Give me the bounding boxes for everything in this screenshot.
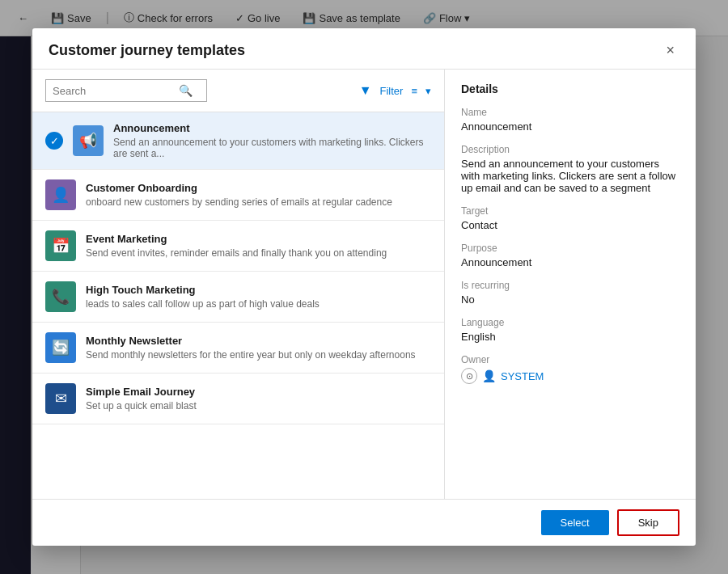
- template-list-panel: 🔍 ▼ Filter ≡ ▾ ✓ 📢 Announcement Send: [32, 70, 445, 499]
- simple-email-icon: ✉: [45, 383, 76, 414]
- owner-person-icon: 👤: [482, 369, 496, 382]
- details-panel: Details Name Announcement Description Se…: [445, 70, 696, 499]
- modal-footer: Select Skip: [32, 499, 696, 546]
- monthly-newsletter-desc: Send monthly newsletters for the entire …: [86, 349, 431, 361]
- detail-language-field: Language English: [461, 317, 679, 343]
- template-item-high-touch[interactable]: 📞 High Touch Marketing leads to sales ca…: [32, 272, 444, 323]
- monthly-newsletter-name: Monthly Newsletter: [86, 335, 431, 347]
- detail-description-value: Send an announcement to your customers w…: [461, 158, 679, 194]
- detail-recurring-field: Is recurring No: [461, 280, 679, 306]
- detail-recurring-label: Is recurring: [461, 280, 679, 291]
- customer-onboarding-desc: onboard new customers by sending series …: [86, 196, 431, 208]
- search-bar: 🔍 ▼ Filter ≡ ▾: [32, 70, 444, 112]
- details-title: Details: [461, 82, 679, 95]
- template-list: ✓ 📢 Announcement Send an announcement to…: [32, 112, 444, 499]
- template-item-simple-email[interactable]: ✉ Simple Email Journey Set up a quick em…: [32, 374, 444, 424]
- simple-email-name: Simple Email Journey: [86, 386, 431, 398]
- high-touch-name: High Touch Marketing: [86, 284, 431, 296]
- sort-icon: ≡: [411, 85, 417, 97]
- detail-name-field: Name Announcement: [461, 107, 679, 133]
- filter-area: ▼ Filter ≡ ▾: [359, 83, 431, 98]
- detail-recurring-value: No: [461, 293, 679, 306]
- customer-onboarding-text: Customer Onboarding onboard new customer…: [86, 182, 431, 208]
- filter-icon: ▼: [359, 83, 372, 98]
- detail-owner-label: Owner: [461, 354, 679, 365]
- detail-language-value: English: [461, 331, 679, 343]
- high-touch-desc: leads to sales call follow up as part of…: [86, 298, 431, 310]
- detail-language-label: Language: [461, 317, 679, 328]
- detail-name-label: Name: [461, 107, 679, 118]
- owner-avatar-icon: ⊙: [461, 368, 477, 384]
- monthly-newsletter-text: Monthly Newsletter Send monthly newslett…: [86, 335, 431, 361]
- modal-header: Customer journey templates ×: [32, 28, 696, 70]
- search-input-wrap[interactable]: 🔍: [45, 79, 207, 102]
- simple-email-text: Simple Email Journey Set up a quick emai…: [86, 386, 431, 412]
- template-item-customer-onboarding[interactable]: 👤 Customer Onboarding onboard new custom…: [32, 170, 444, 221]
- filter-label[interactable]: Filter: [380, 85, 404, 97]
- detail-description-label: Description: [461, 144, 679, 155]
- selected-check-icon: ✓: [45, 132, 63, 150]
- high-touch-text: High Touch Marketing leads to sales call…: [86, 284, 431, 310]
- skip-button[interactable]: Skip: [617, 509, 679, 536]
- template-item-monthly-newsletter[interactable]: 🔄 Monthly Newsletter Send monthly newsle…: [32, 323, 444, 374]
- detail-target-value: Contact: [461, 219, 679, 231]
- announcement-desc: Send an announcement to your customers w…: [113, 137, 431, 159]
- modal-body: 🔍 ▼ Filter ≡ ▾ ✓ 📢 Announcement Send: [32, 70, 696, 499]
- customer-onboarding-icon: 👤: [45, 179, 76, 210]
- detail-purpose-field: Purpose Announcement: [461, 243, 679, 268]
- owner-area: ⊙ 👤 SYSTEM: [461, 368, 679, 384]
- modal-title: Customer journey templates: [49, 42, 245, 59]
- monthly-newsletter-icon: 🔄: [45, 332, 76, 363]
- event-marketing-text: Event Marketing Send event invites, remi…: [86, 233, 431, 259]
- detail-name-value: Announcement: [461, 120, 679, 133]
- event-marketing-name: Event Marketing: [86, 233, 431, 245]
- close-button[interactable]: ×: [661, 41, 679, 59]
- detail-target-field: Target Contact: [461, 205, 679, 231]
- announcement-text: Announcement Send an announcement to you…: [113, 122, 431, 159]
- detail-owner-field: Owner ⊙ 👤 SYSTEM: [461, 354, 679, 384]
- announcement-name: Announcement: [113, 122, 431, 134]
- simple-email-desc: Set up a quick email blast: [86, 400, 431, 412]
- event-marketing-desc: Send event invites, reminder emails and …: [86, 247, 431, 259]
- template-item-event-marketing[interactable]: 📅 Event Marketing Send event invites, re…: [32, 221, 444, 272]
- chevron-down-icon: ▾: [425, 85, 431, 97]
- detail-target-label: Target: [461, 205, 679, 217]
- announcement-icon: 📢: [73, 125, 104, 156]
- high-touch-icon: 📞: [45, 281, 76, 312]
- search-icon: 🔍: [179, 84, 193, 97]
- detail-purpose-label: Purpose: [461, 243, 679, 254]
- search-input[interactable]: [53, 85, 174, 97]
- customer-journey-templates-modal: Customer journey templates × 🔍 ▼ Filter …: [32, 28, 696, 546]
- event-marketing-icon: 📅: [45, 230, 76, 261]
- detail-purpose-value: Announcement: [461, 256, 679, 268]
- customer-onboarding-name: Customer Onboarding: [86, 182, 431, 194]
- detail-description-field: Description Send an announcement to your…: [461, 144, 679, 194]
- select-button[interactable]: Select: [541, 510, 609, 535]
- owner-name[interactable]: SYSTEM: [501, 370, 544, 382]
- template-item-announcement[interactable]: ✓ 📢 Announcement Send an announcement to…: [32, 112, 444, 170]
